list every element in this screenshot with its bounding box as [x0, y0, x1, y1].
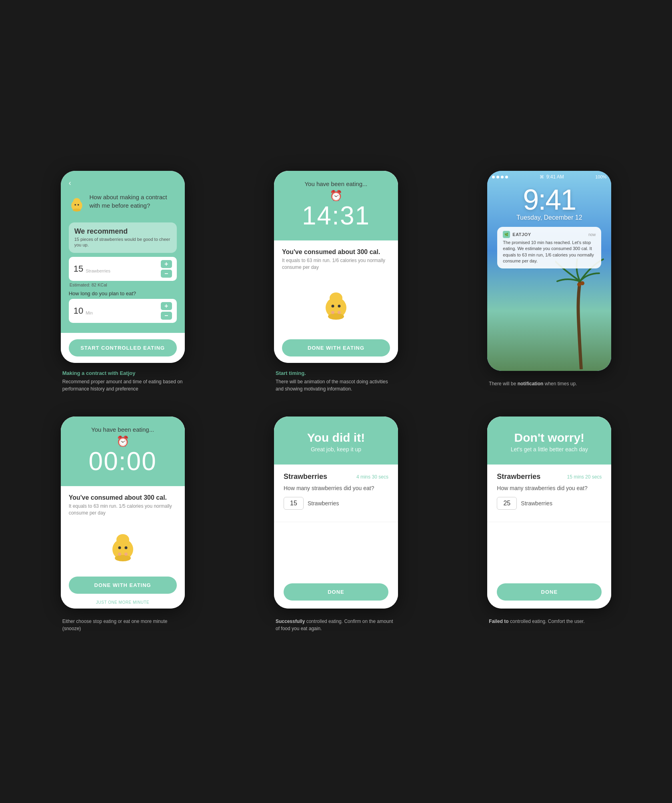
- contract-intro-text: How about making a contract with me befo…: [90, 191, 177, 210]
- worry-food-name: Strawberries: [497, 473, 540, 481]
- time-unit-label: Min: [86, 310, 93, 315]
- app-name-label: EATJOY: [512, 232, 531, 237]
- cell-contract: ‹ How about making a contract with me be…: [32, 171, 213, 392]
- consumed-sub: It equals to 63 min run. 1/6 calories yo…: [282, 257, 390, 271]
- success-food-question: How many strawberries did you eat?: [284, 485, 388, 491]
- screen-lock: ⌘ 9:41 AM 100% 9:41 Tuesday, December 12: [487, 171, 611, 371]
- timer4-body: You've consumed about 300 cal. It equals…: [61, 486, 185, 577]
- done-eating-button[interactable]: DONE WITH EATING: [282, 339, 390, 356]
- food-decrement-button[interactable]: −: [161, 270, 172, 278]
- time-count-value: 10: [74, 306, 83, 316]
- timer-eating-label: You have been eating...: [304, 180, 367, 187]
- caption-contract-title: Making a contract with Eatjoy: [62, 370, 183, 376]
- success-title: You did it!: [282, 431, 390, 445]
- worry-sub: Let's get a little better each day: [495, 446, 603, 453]
- screen-success: You did it! Great job, keep it up Strawb…: [274, 417, 398, 609]
- success-food-section: Strawberries 4 mins 30 secs How many str…: [274, 465, 398, 522]
- success-food-time: 4 mins 30 secs: [356, 474, 388, 480]
- notif-body-text: The promised 10 min has reached. Let's s…: [503, 240, 596, 264]
- svg-point-19: [118, 553, 121, 556]
- cell-success: You did it! Great job, keep it up Strawb…: [245, 417, 426, 632]
- notification-card: 🌿 EATJOY now The promised 10 min has rea…: [497, 227, 601, 268]
- recommend-title: We recommend: [74, 227, 171, 236]
- svg-point-8: [330, 292, 342, 304]
- caption-lock: There will be notification when times up…: [487, 378, 611, 387]
- svg-point-13: [580, 281, 584, 285]
- success-food-row: Strawberries 4 mins 30 secs: [284, 473, 388, 481]
- estimated-label: Estimated: 82 KCal: [69, 282, 177, 287]
- palm-tree-icon: [555, 257, 607, 369]
- svg-point-9: [328, 313, 344, 320]
- svg-point-4: [73, 208, 81, 211]
- worry-title: Don't worry!: [495, 431, 603, 445]
- timer-body: You've consumed about 300 cal. It equals…: [274, 240, 398, 339]
- success-food-input[interactable]: 15 Strawberries: [284, 497, 388, 510]
- worry-header: Don't worry! Let's get a little better e…: [487, 417, 611, 465]
- caption-worry: Failed to controlled eating. Comfort the…: [487, 616, 611, 625]
- lock-date: Tuesday, December 12: [516, 214, 582, 221]
- done-eating4-button[interactable]: DONE WITH EATING: [69, 577, 177, 594]
- phone-timer4: You have been eating... ⏰ 00:00 You've c…: [61, 417, 185, 609]
- screen-timer4: You have been eating... ⏰ 00:00 You've c…: [61, 417, 185, 609]
- caption-lock-body: There will be notification when times up…: [489, 380, 610, 387]
- cell-lock: ⌘ 9:41 AM 100% 9:41 Tuesday, December 12: [459, 171, 640, 392]
- worry-food-row: Strawberries 15 mins 20 secs: [497, 473, 602, 481]
- worry-food-question: How many strawberries did you eat?: [497, 485, 602, 491]
- start-eating-button[interactable]: START CONTROLLED EATING: [69, 339, 177, 356]
- plan-label: How long do you plan to eat?: [69, 290, 177, 296]
- timer-header: You have been eating... ⏰ 14:31: [274, 171, 398, 240]
- time-increment-button[interactable]: +: [161, 302, 172, 310]
- caption-timer: Start timing. There will be animation of…: [274, 370, 398, 392]
- phone-contract: ‹ How about making a contract with me be…: [61, 171, 185, 363]
- svg-point-11: [338, 311, 341, 314]
- worry-done-button[interactable]: DONE: [497, 583, 602, 601]
- eatjoy-app-icon: 🌿: [503, 231, 510, 238]
- alarm-icon: ⏰: [330, 190, 342, 202]
- food-count-input[interactable]: 15 Strawberries + −: [69, 257, 177, 281]
- phone-lock: ⌘ 9:41 AM 100% 9:41 Tuesday, December 12: [487, 171, 611, 371]
- food-unit-label: Strawberries: [86, 268, 110, 273]
- svg-point-7: [338, 305, 340, 308]
- recommend-box: We recommend 15 pieces of strawberries w…: [69, 222, 177, 253]
- worry-food-input[interactable]: 25 Strawberries: [497, 497, 602, 510]
- food-increment-button[interactable]: +: [161, 260, 172, 268]
- mascot4-area: [69, 522, 177, 570]
- svg-point-3: [73, 198, 80, 204]
- success-food-name: Strawberries: [284, 473, 327, 481]
- screen-contract: ‹ How about making a contract with me be…: [61, 171, 185, 363]
- success-done-button[interactable]: DONE: [284, 583, 388, 601]
- caption-timer-body: There will be animation of the mascot do…: [276, 378, 396, 392]
- time-decrement-button[interactable]: −: [161, 312, 172, 320]
- snooze-text[interactable]: JUST ONE MORE MINUTE: [61, 600, 185, 605]
- worry-food-time: 15 mins 20 secs: [567, 474, 602, 480]
- svg-point-20: [124, 553, 128, 556]
- consumed-text: You've consumed about 300 cal.: [282, 248, 390, 256]
- mascot-area: [282, 276, 390, 333]
- cell-timer4: You have been eating... ⏰ 00:00 You've c…: [32, 417, 213, 632]
- success-qty-box[interactable]: 15: [284, 497, 304, 510]
- svg-point-17: [116, 534, 129, 545]
- recommend-sub: 15 pieces of strawberries would be good …: [74, 236, 171, 248]
- battery-label: 100%: [595, 174, 606, 179]
- timer-digits: 14:31: [302, 203, 370, 228]
- consumed4-text: You've consumed about 300 cal.: [69, 494, 177, 501]
- svg-point-16: [124, 546, 127, 549]
- phone-timer: You have been eating... ⏰ 14:31 You've c…: [274, 171, 398, 363]
- caption-contract: Making a contract with Eatjoy Recommend …: [61, 370, 185, 392]
- screen-timer: You have been eating... ⏰ 14:31 You've c…: [274, 171, 398, 363]
- caption-timer4: Either choose stop eating or eat one mor…: [61, 616, 185, 632]
- success-header: You did it! Great job, keep it up: [274, 417, 398, 465]
- timer4-digits: 00:00: [89, 449, 157, 474]
- time-status: 9:41 AM: [546, 174, 564, 180]
- signal-dots: [492, 176, 508, 178]
- caption-worry-body: Failed to controlled eating. Comfort the…: [489, 618, 610, 625]
- timer4-header: You have been eating... ⏰ 00:00: [61, 417, 185, 486]
- food-count-value: 15: [74, 264, 83, 274]
- worry-qty-box[interactable]: 25: [497, 497, 517, 510]
- caption-success-body: Successfully controlled eating. Confirm …: [276, 618, 396, 632]
- mascot-icon: [69, 191, 85, 217]
- caption-timer4-body: Either choose stop eating or eat one mor…: [62, 618, 183, 632]
- back-button[interactable]: ‹: [69, 179, 177, 187]
- time-count-input[interactable]: 10 Min + −: [69, 299, 177, 323]
- svg-point-18: [115, 555, 131, 561]
